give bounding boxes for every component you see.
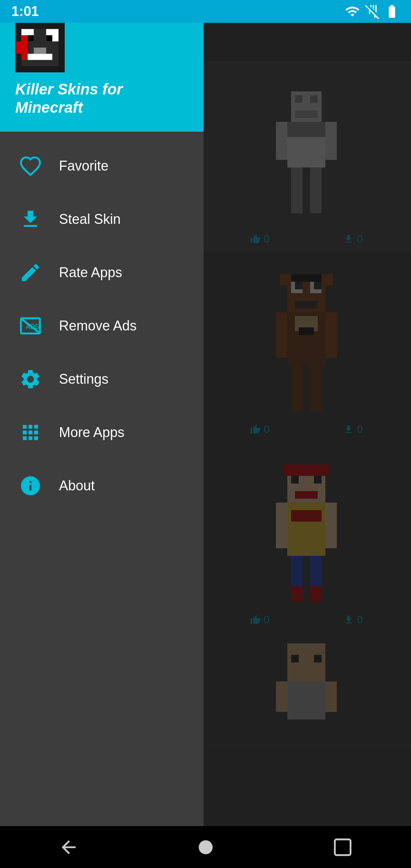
svg-rect-51 <box>46 35 52 41</box>
menu-item-settings[interactable]: Settings <box>0 353 204 406</box>
svg-rect-52 <box>28 54 53 60</box>
edit-icon <box>17 259 44 286</box>
battery-icon <box>384 4 400 19</box>
block-ad-icon: ADS <box>17 313 44 339</box>
svg-rect-53 <box>34 48 46 54</box>
svg-point-59 <box>199 840 213 854</box>
status-time: 1:01 <box>11 3 39 19</box>
home-icon <box>195 837 216 858</box>
grid-icon <box>17 419 44 446</box>
wifi-icon <box>345 4 360 19</box>
status-icons <box>345 4 400 19</box>
navigation-drawer: Killer Skins for Minecraft Favorite Stea… <box>0 0 204 868</box>
app-title: Killer Skins for Minecraft <box>15 80 188 116</box>
about-label: About <box>59 478 95 494</box>
menu-item-steal-skin[interactable]: Steal Skin <box>0 193 204 246</box>
favorite-icon <box>17 153 44 179</box>
favorite-label: Favorite <box>59 158 108 174</box>
bottom-nav <box>0 826 411 868</box>
svg-rect-60 <box>335 839 350 855</box>
menu-item-rate-apps[interactable]: Rate Apps <box>0 246 204 299</box>
settings-icon <box>17 366 44 393</box>
remove-ads-label: Remove Ads <box>59 318 137 334</box>
menu-item-favorite[interactable]: Favorite <box>0 139 204 193</box>
rate-apps-label: Rate Apps <box>59 265 122 281</box>
steal-skin-label: Steal Skin <box>59 211 121 227</box>
info-icon <box>17 472 44 499</box>
drawer-menu: Favorite Steal Skin Rate Apps ADS <box>0 132 204 868</box>
back-button[interactable] <box>53 832 84 862</box>
app-logo <box>15 23 65 72</box>
status-bar: 1:01 <box>0 0 411 23</box>
svg-rect-55 <box>21 35 27 60</box>
recents-icon <box>332 837 353 858</box>
svg-rect-50 <box>28 35 34 41</box>
recents-button[interactable] <box>327 832 358 862</box>
home-button[interactable] <box>190 832 221 862</box>
back-icon <box>58 837 79 858</box>
more-apps-label: More Apps <box>59 424 124 440</box>
menu-item-remove-ads[interactable]: ADS Remove Ads <box>0 299 204 353</box>
settings-label: Settings <box>59 371 108 387</box>
menu-item-more-apps[interactable]: More Apps <box>0 406 204 459</box>
menu-item-about[interactable]: About <box>0 459 204 512</box>
svg-text:ADS: ADS <box>26 323 40 330</box>
signal-icon <box>365 4 380 19</box>
app-logo-svg <box>15 23 65 72</box>
download-icon <box>17 206 44 233</box>
